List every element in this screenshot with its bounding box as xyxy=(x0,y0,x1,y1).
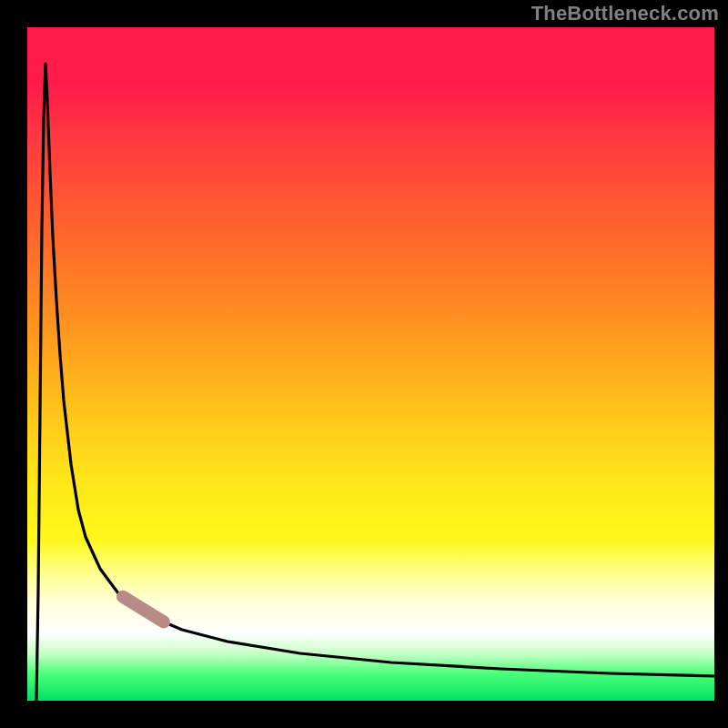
curve-svg xyxy=(27,27,714,701)
chart-frame: TheBottleneck.com xyxy=(0,0,728,728)
attribution-text: TheBottleneck.com xyxy=(531,2,719,25)
plot-area xyxy=(27,27,714,701)
curve-highlight-segment xyxy=(123,597,164,622)
